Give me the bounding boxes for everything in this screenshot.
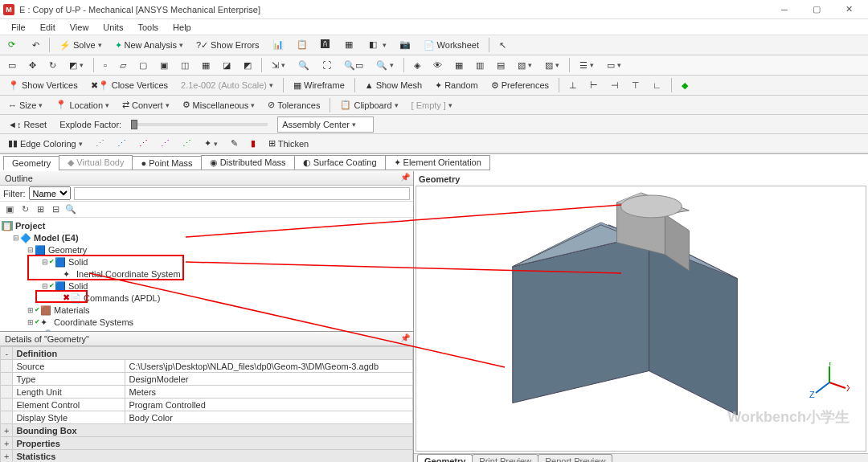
prop-disp-v[interactable]: Body Color xyxy=(125,411,413,424)
prop-length-v[interactable]: Meters xyxy=(125,386,413,399)
cursor-icon[interactable]: ↖ xyxy=(494,37,511,53)
zoom-mode-icon[interactable]: 🔍 xyxy=(371,57,399,73)
clipboard-button[interactable]: 📋 Clipboard xyxy=(335,97,403,113)
ot-icon-5[interactable]: 🔍 xyxy=(64,203,77,216)
vtab-geometry[interactable]: Geometry xyxy=(417,454,473,462)
close-vertices-button[interactable]: ✖📍 Close Vertices xyxy=(86,77,173,93)
tolerances-button[interactable]: ⊘ Tolerances xyxy=(263,97,325,113)
dim-icon-5[interactable]: ∟ xyxy=(648,77,666,93)
menu-units[interactable]: Units xyxy=(96,21,129,34)
convert-button[interactable]: ⇄ Convert xyxy=(117,97,174,113)
random-button[interactable]: ✦ Random xyxy=(430,77,483,93)
thicken-button[interactable]: ⊞ Thicken xyxy=(264,136,314,152)
ec-icon-8[interactable]: ▮ xyxy=(246,136,260,152)
grp-definition-toggle[interactable]: - xyxy=(1,347,13,360)
prop-source-v[interactable]: C:\Users\jp\Desktop\NLAD_files\dp0\Geom-… xyxy=(125,360,413,373)
view-icon-4[interactable]: ▧ xyxy=(513,57,537,73)
tree-coord-sys[interactable]: ⊞✔✦Coordinate Systems xyxy=(2,316,411,328)
menu-tools[interactable]: Tools xyxy=(131,21,165,34)
refresh-icon[interactable]: ⟳ xyxy=(3,37,24,53)
tb-icon-6[interactable]: 📷 xyxy=(395,37,416,53)
tab-point-mass[interactable]: ● Point Mass xyxy=(132,156,201,170)
ot-icon-3[interactable]: ⊞ xyxy=(34,203,47,216)
tab-geometry[interactable]: Geometry xyxy=(3,156,59,170)
tb-icon-3[interactable]: 🅰 xyxy=(316,37,337,53)
tab-distributed-mass[interactable]: ◉ Distributed Mass xyxy=(201,155,295,170)
zoomfit-icon[interactable]: ⛶ xyxy=(317,57,336,73)
look-icon[interactable]: 👁 xyxy=(428,57,447,73)
show-vertices-button[interactable]: 📍 Show Vertices xyxy=(3,77,83,93)
orientation-triad[interactable]: X Y Z xyxy=(809,362,850,403)
prop-type-v[interactable]: DesignModeler xyxy=(125,373,413,386)
node-icon[interactable]: ◫ xyxy=(176,57,194,73)
edge-icon[interactable]: ▱ xyxy=(115,57,131,73)
grp-bbox-toggle[interactable]: + xyxy=(1,424,13,437)
pan-icon[interactable]: ✥ xyxy=(24,57,41,73)
solve-button[interactable]: ⚡ Solve xyxy=(55,37,107,53)
element-icon[interactable]: ▦ xyxy=(197,57,215,73)
tree-commands[interactable]: ✖📄Commands (APDL) xyxy=(2,292,411,304)
menu-edit[interactable]: Edit xyxy=(34,21,62,34)
vertex-icon[interactable]: ▫ xyxy=(99,57,112,73)
iso-icon[interactable]: ◈ xyxy=(409,57,425,73)
3d-viewport[interactable]: Workbench小学生 X Y Z xyxy=(416,186,866,452)
menu-help[interactable]: Help xyxy=(166,21,198,34)
tab-virtual-body[interactable]: ◆ Virtual Body xyxy=(59,155,133,170)
show-mesh-button[interactable]: ▲ Show Mesh xyxy=(360,77,427,93)
dim-icon-2[interactable]: ⊢ xyxy=(585,77,603,93)
undo-icon[interactable]: ↶ xyxy=(27,37,44,53)
tree-geometry[interactable]: ⊟🟦Geometry xyxy=(2,243,411,256)
view-icon-6[interactable]: ☰ xyxy=(575,57,599,73)
ec-icon-3[interactable]: ⋰ xyxy=(134,136,153,152)
view-icon-7[interactable]: ▭ xyxy=(602,57,626,73)
grp-props-toggle[interactable]: + xyxy=(1,437,13,450)
prop-elemctrl-v[interactable]: Program Controlled xyxy=(125,399,413,411)
ot-icon-2[interactable]: ↻ xyxy=(18,203,31,216)
vtab-print-preview[interactable]: Print Preview xyxy=(472,454,538,462)
zoombox-icon[interactable]: 🔍▭ xyxy=(339,57,368,73)
tree-materials[interactable]: ⊞✔🟫Materials xyxy=(2,304,411,316)
tree-solid-2[interactable]: ⊟✔🟦Solid xyxy=(2,280,411,292)
ot-icon-1[interactable]: ▣ xyxy=(3,203,16,216)
ec-icon-7[interactable]: ✎ xyxy=(226,136,243,152)
show-errors-button[interactable]: ?✓ Show Errors xyxy=(191,37,264,53)
view-icon-1[interactable]: ▦ xyxy=(450,57,468,73)
filter-mode-select[interactable]: Name xyxy=(29,186,71,200)
tb-icon-4[interactable]: ▦ xyxy=(340,37,361,53)
tree-project[interactable]: 📋Project xyxy=(2,219,411,231)
tab-surface-coating[interactable]: ◐ Surface Coating xyxy=(294,155,386,170)
maximize-button[interactable]: ▢ xyxy=(800,1,833,18)
view-icon-2[interactable]: ▥ xyxy=(471,57,489,73)
assembly-center-dropdown[interactable]: Assembly Center xyxy=(277,117,374,133)
extend-icon[interactable]: ⇲ xyxy=(267,57,290,73)
grp-stats-toggle[interactable]: + xyxy=(1,450,13,463)
view-icon-3[interactable]: ▤ xyxy=(492,57,510,73)
tree-model[interactable]: ⊟🔷Model (E4) xyxy=(2,231,411,243)
rotate-icon[interactable]: ↻ xyxy=(44,57,61,73)
menu-file[interactable]: File xyxy=(5,21,32,34)
ec-icon-1[interactable]: ⋰ xyxy=(91,136,109,152)
outline-tree[interactable]: 📋Project ⊟🔷Model (E4) ⊟🟦Geometry ⊟✔🟦Soli… xyxy=(0,218,413,331)
view-icon-5[interactable]: ▨ xyxy=(540,57,564,73)
select-filter-icon[interactable]: ◩ xyxy=(64,57,88,73)
close-button[interactable]: ✕ xyxy=(833,1,865,18)
face-icon[interactable]: ▢ xyxy=(134,57,152,73)
clipboard-empty[interactable]: [ Empty ] xyxy=(407,97,457,113)
minimize-button[interactable]: ─ xyxy=(768,1,800,18)
ec-icon-5[interactable]: ⋰ xyxy=(178,136,196,152)
edge-coloring-button[interactable]: ▮▮ Edge Coloring xyxy=(3,136,88,152)
pin-icon[interactable]: 📌 xyxy=(400,173,410,182)
ec-icon-2[interactable]: ⋰ xyxy=(113,136,131,152)
vtab-report-preview[interactable]: Report Preview xyxy=(538,454,612,462)
color-icon[interactable]: ◆ xyxy=(677,77,693,93)
dim-icon-4[interactable]: ⊤ xyxy=(627,77,645,93)
wireframe-button[interactable]: ▦ Wireframe xyxy=(289,77,350,93)
sel-icon-8[interactable]: ◩ xyxy=(239,57,256,73)
pin-icon[interactable]: 📌 xyxy=(400,333,410,342)
tb-icon-2[interactable]: 📋 xyxy=(292,37,313,53)
ot-icon-4[interactable]: ⊟ xyxy=(49,203,62,216)
new-analysis-button[interactable]: ✦ New Analysis xyxy=(110,37,188,53)
ec-icon-4[interactable]: ⋰ xyxy=(156,136,174,152)
tree-connections[interactable]: ⊞✔🔗Connections xyxy=(2,328,411,331)
details-grid[interactable]: -Definition SourceC:\Users\jp\Desktop\NL… xyxy=(0,346,413,462)
